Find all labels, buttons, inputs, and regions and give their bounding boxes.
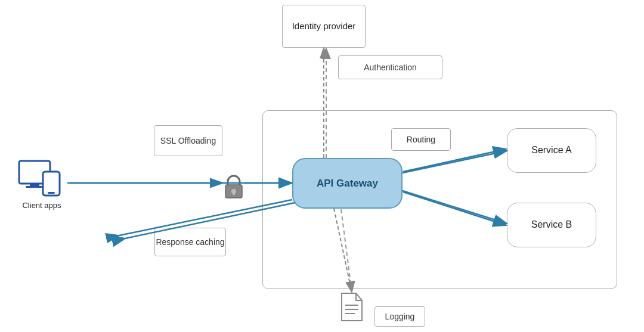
diagram-container: Identity provider Authentication SSL Off… xyxy=(0,0,644,332)
logging-label: Logging xyxy=(385,311,415,322)
client-apps-icon xyxy=(18,160,66,198)
logging-label-box: Logging xyxy=(374,306,425,327)
routing-label: Routing xyxy=(407,134,435,145)
authentication-label-box: Authentication xyxy=(338,55,442,79)
client-apps-label: Client apps xyxy=(22,201,61,210)
response-caching-label-box: Response caching xyxy=(154,228,226,256)
svg-rect-2 xyxy=(26,186,44,188)
lock-icon xyxy=(223,174,244,201)
routing-label-box: Routing xyxy=(391,128,451,151)
document-icon xyxy=(338,292,366,325)
identity-provider-box: Identity provider xyxy=(282,5,366,48)
response-caching-label: Response caching xyxy=(156,237,224,247)
service-b-box: Service B xyxy=(507,203,596,247)
identity-provider-label: Identity provider xyxy=(292,20,356,32)
client-apps-group: Client apps xyxy=(18,160,66,210)
svg-rect-7 xyxy=(233,191,235,195)
ssl-offloading-label: SSL Offloading xyxy=(160,135,216,146)
svg-rect-4 xyxy=(48,192,55,194)
ssl-offloading-label-box: SSL Offloading xyxy=(154,125,222,156)
service-a-label: Service A xyxy=(531,144,572,157)
api-gateway-box: API Gateway xyxy=(292,158,402,209)
api-gateway-label: API Gateway xyxy=(317,178,378,190)
service-a-box: Service A xyxy=(507,128,596,173)
authentication-label: Authentication xyxy=(364,62,417,73)
service-b-label: Service B xyxy=(531,219,572,231)
